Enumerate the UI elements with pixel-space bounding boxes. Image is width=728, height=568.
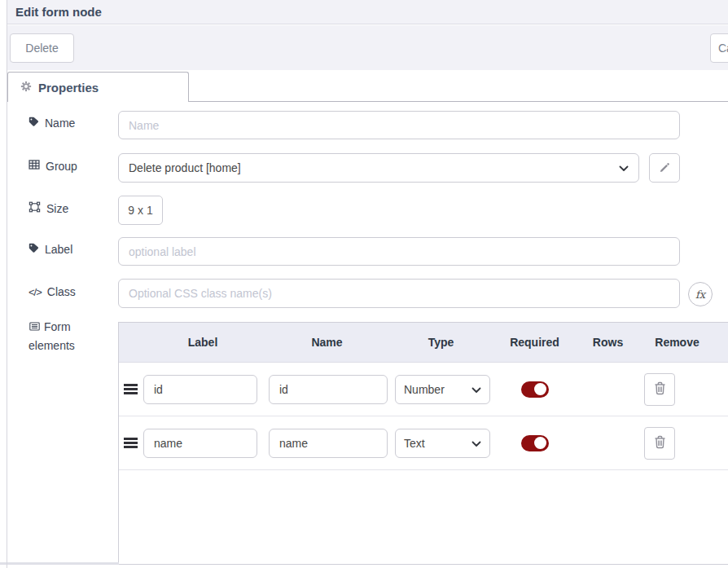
group-select-value: Delete product [home] (129, 161, 241, 174)
gear-icon (20, 81, 32, 95)
label-field-label: Label (29, 243, 72, 256)
col-header-required: Required (492, 336, 577, 349)
form-elements-field-label: Form elements (29, 319, 107, 354)
name-field-label: Name (29, 117, 75, 130)
trash-icon (654, 381, 666, 398)
object-group-icon (29, 201, 41, 215)
chevron-down-icon (471, 437, 481, 450)
col-header-remove: Remove (638, 336, 716, 349)
tag-icon (29, 117, 39, 130)
left-edge-divider (7, 0, 7, 568)
remove-element-button[interactable] (644, 427, 675, 460)
dialog-title: Edit form node (15, 5, 102, 19)
class-input[interactable] (118, 279, 680, 308)
tab-bar: Properties (7, 70, 728, 102)
element-type-value: Number (404, 383, 445, 396)
col-header-name: Name (264, 336, 390, 349)
required-toggle[interactable] (521, 435, 549, 451)
delete-button[interactable]: Delete (10, 33, 74, 63)
required-toggle[interactable] (521, 381, 549, 398)
trash-icon (654, 435, 666, 451)
table-icon (29, 159, 40, 173)
drag-handle-icon[interactable] (124, 438, 138, 448)
element-type-select[interactable]: Number (395, 375, 490, 404)
element-name-input[interactable] (269, 375, 388, 404)
dialog-toolbar: Delete Cancel (7, 25, 728, 71)
size-field-label: Size (29, 201, 68, 215)
col-header-label: Label (142, 336, 264, 349)
chevron-down-icon (619, 161, 629, 174)
tab-properties[interactable]: Properties (7, 72, 189, 102)
label-input[interactable] (118, 237, 680, 266)
table-row: Text (119, 416, 728, 470)
drag-handle-icon[interactable] (124, 384, 138, 394)
table-header-row: Label Name Type Required Rows Remove (119, 323, 728, 363)
element-type-value: Text (404, 437, 425, 450)
properties-form: Name Group Delete product [home] (7, 102, 728, 568)
col-header-rows: Rows (577, 336, 638, 349)
tag-icon (29, 243, 39, 256)
element-type-select[interactable]: Text (395, 429, 490, 458)
col-header-type: Type (390, 336, 492, 349)
element-name-input[interactable] (269, 429, 388, 458)
remove-element-button[interactable] (644, 373, 675, 406)
name-input[interactable] (118, 111, 680, 139)
code-icon: </> (29, 286, 42, 298)
expression-fx-button[interactable]: fx (688, 282, 713, 306)
form-elements-table: Label Name Type Required Rows Remove Num… (118, 322, 728, 565)
dialog-header: Edit form node (7, 0, 728, 24)
edit-group-button[interactable] (649, 153, 680, 183)
bottom-edge (0, 562, 119, 565)
group-field-label: Group (29, 159, 77, 173)
cancel-button[interactable]: Cancel (710, 33, 728, 63)
tab-properties-label: Properties (38, 81, 99, 95)
element-label-input[interactable] (143, 429, 257, 458)
element-label-input[interactable] (143, 375, 257, 404)
size-button[interactable]: 9 x 1 (118, 196, 163, 225)
edit-form-node-dialog: Edit form node Delete Cancel Properties (0, 0, 728, 568)
table-row: Number (119, 363, 728, 416)
chevron-down-icon (471, 383, 481, 396)
pencil-icon (659, 161, 670, 175)
group-select[interactable]: Delete product [home] (118, 153, 639, 183)
class-field-label: </> Class (29, 285, 76, 298)
list-alt-icon (29, 321, 44, 334)
